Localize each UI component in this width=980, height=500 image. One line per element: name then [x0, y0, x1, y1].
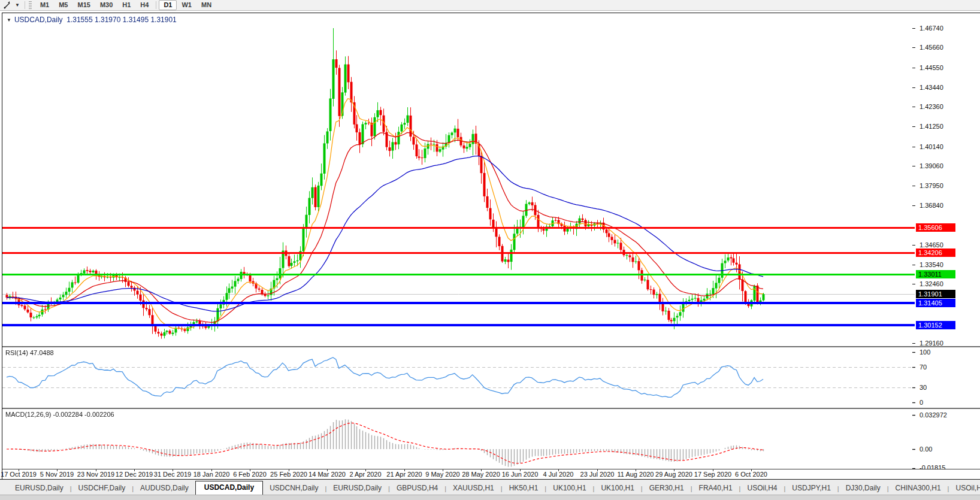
collapse-triangle-icon[interactable]: ▼	[7, 17, 11, 23]
date-label: 16 Jun 2020	[502, 471, 539, 478]
date-label: 17 Oct 2019	[1, 471, 37, 478]
tab-eurusd-daily[interactable]: EURUSD,Daily	[326, 482, 388, 495]
trading-terminal: ▼ M1M5M15M30H1H4D1W1MN ▼ USDCAD,Daily 1.…	[0, 0, 980, 500]
tab-audusd-daily[interactable]: AUDUSD,Daily	[134, 482, 195, 495]
tab-usdchf-daily[interactable]: USDCHF,Daily	[72, 482, 132, 495]
date-label: 9 May 2020	[425, 471, 459, 478]
date-label: 11 Aug 2020	[618, 471, 654, 478]
price-level-badge: 1.34206	[916, 249, 955, 257]
date-label: 18 Jan 2020	[193, 471, 230, 478]
rsi-tick: 100	[919, 349, 930, 356]
tab-usdcnh-daily[interactable]: USDCNH,Daily	[263, 482, 325, 495]
timeframe-button-m1[interactable]: M1	[35, 0, 54, 10]
price-tick: 1.32460	[919, 280, 943, 287]
date-label: 2 Apr 2020	[349, 471, 381, 478]
price-level-badge: 1.35606	[916, 223, 955, 232]
status-strip	[0, 495, 980, 500]
tab-dj30-daily[interactable]: DJ30,Daily	[839, 482, 887, 495]
price-tick: 1.33540	[919, 261, 943, 268]
price-panel: ▼ USDCAD,Daily 1.31555 1.31970 1.31495 1…	[2, 13, 980, 347]
date-label: 6 Oct 2020	[735, 471, 767, 478]
price-chart-canvas[interactable]	[2, 13, 915, 346]
timeframe-button-mn[interactable]: MN	[196, 0, 216, 10]
rsi-tick: 30	[919, 384, 927, 391]
macd-canvas[interactable]	[2, 409, 915, 469]
chart-tabs: EURUSD,Daily|USDCHF,Daily|AUDUSD,DailyUS…	[8, 481, 980, 495]
timeframe-button-h4[interactable]: H4	[135, 0, 153, 10]
price-tick: 1.45660	[919, 44, 943, 51]
rsi-axis: 10070300	[916, 347, 980, 408]
chart-window: ▼ USDCAD,Daily 1.31555 1.31970 1.31495 1…	[2, 13, 980, 479]
toolbar-separator	[156, 1, 156, 9]
date-label: 6 Feb 2020	[233, 471, 267, 478]
toolbar-separator	[25, 1, 25, 9]
price-tick: 1.34650	[919, 241, 943, 249]
date-label: 25 Feb 2020	[270, 471, 307, 478]
price-tick: 1.29160	[919, 340, 943, 347]
chart-title-text: USDCAD,Daily 1.31555 1.31970 1.31495 1.3…	[14, 16, 177, 24]
tab-hk50-h1[interactable]: HK50,H1	[503, 482, 545, 495]
price-tick: 1.40140	[919, 143, 943, 150]
tab-usdcad-daily[interactable]: USDCAD,Daily	[195, 481, 263, 495]
date-label: 12 Dec 2019	[116, 471, 153, 478]
tab-xauusd-h1[interactable]: XAUUSD,H1	[446, 482, 501, 495]
date-label: 23 Nov 2019	[77, 471, 114, 478]
date-label: 23 Jul 2020	[580, 471, 615, 478]
rsi-label: RSI(14) 47.0488	[5, 349, 54, 356]
date-label: 21 Apr 2020	[386, 471, 422, 478]
toolbar-grip-handle[interactable]	[29, 1, 32, 9]
price-level-badge: 1.30152	[916, 321, 955, 329]
tab-fra40-h1[interactable]: FRA40,H1	[692, 482, 739, 495]
timeframe-button-d1[interactable]: D1	[159, 0, 177, 10]
date-label: 28 May 2020	[462, 471, 500, 478]
tab-ger30-h1[interactable]: GER30,H1	[643, 482, 691, 495]
price-tick: 1.42360	[919, 103, 943, 110]
macd-label: MACD(12,26,9) -0.002284 -0.002206	[5, 411, 114, 418]
rsi-canvas[interactable]	[2, 347, 915, 408]
price-tick: 1.36840	[919, 202, 943, 209]
tab-gbpusd-h4[interactable]: GBPUSD,H4	[390, 482, 444, 495]
price-axis: 1.467401.456601.445501.434401.423601.412…	[916, 13, 980, 346]
timeframe-buttons: M1M5M15M30H1H4D1W1MN	[35, 0, 216, 10]
date-label: 17 Sep 2020	[694, 471, 731, 478]
tab-uk100-h1[interactable]: UK100,H1	[546, 482, 592, 495]
tab-china300-h1[interactable]: CHINA300,H1	[889, 482, 948, 495]
tab-eurusd-daily[interactable]: EURUSD,Daily	[8, 482, 70, 495]
timeframe-toolbar: ▼ M1M5M15M30H1H4D1W1MN	[0, 0, 980, 11]
macd-tick: 0.00	[919, 446, 932, 453]
date-label: 14 Mar 2020	[308, 471, 346, 478]
drawing-tool-icon[interactable]	[2, 1, 12, 10]
macd-tick: 0.032972	[919, 411, 947, 419]
price-tick: 1.46740	[919, 25, 943, 32]
price-level-badge: 1.33011	[916, 270, 955, 278]
price-tick: 1.37950	[919, 182, 943, 189]
date-label: 29 Aug 2020	[655, 471, 692, 478]
timeframe-button-m30[interactable]: M30	[95, 0, 117, 10]
macd-axis: 0.0329720.00-0.01815	[916, 409, 980, 469]
rsi-panel: RSI(14) 47.0488 10070300	[2, 347, 980, 409]
date-axis: 17 Oct 20195 Nov 201923 Nov 201912 Dec 2…	[2, 469, 980, 479]
dropdown-caret-icon[interactable]: ▼	[13, 2, 22, 8]
price-level-badge: 1.31901	[916, 290, 955, 298]
timeframe-button-h1[interactable]: H1	[117, 0, 135, 10]
timeframe-button-m15[interactable]: M15	[72, 0, 95, 10]
date-label: 31 Dec 2019	[154, 471, 191, 478]
price-tick: 1.43440	[919, 84, 943, 91]
macd-panel: MACD(12,26,9) -0.002284 -0.002206 0.0329…	[2, 409, 980, 469]
chart-title: ▼ USDCAD,Daily 1.31555 1.31970 1.31495 1…	[7, 16, 177, 24]
tab-usoil-h4[interactable]: USOil,H4	[740, 482, 784, 495]
tab-uk100-h1[interactable]: UK100,H1	[594, 482, 640, 495]
date-label: 4 Jul 2020	[543, 471, 574, 478]
timeframe-button-m5[interactable]: M5	[54, 0, 72, 10]
price-tick: 1.41250	[919, 123, 943, 130]
tab-usdjpy-h1[interactable]: USDJPY,H1	[785, 482, 837, 495]
chart-tab-bar: EURUSD,Daily|USDCHF,Daily|AUDUSD,DailyUS…	[0, 479, 980, 495]
date-label: 5 Nov 2019	[40, 471, 74, 478]
rsi-tick: 0	[919, 399, 923, 406]
timeframe-button-w1[interactable]: W1	[177, 0, 196, 10]
tab-usoil-h1[interactable]: USOil,H1	[949, 482, 980, 495]
price-level-badge: 1.31405	[916, 299, 955, 307]
price-tick: 1.39060	[919, 162, 943, 169]
price-tick: 1.44550	[919, 64, 943, 71]
rsi-tick: 70	[919, 363, 927, 371]
